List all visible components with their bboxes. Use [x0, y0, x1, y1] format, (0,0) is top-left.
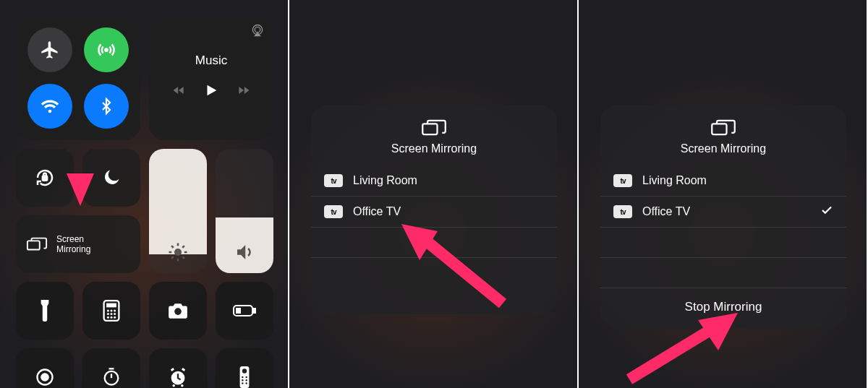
svg-point-37	[172, 384, 175, 387]
svg-point-17	[111, 310, 113, 312]
device-row-office-tv[interactable]: tv Office TV	[600, 197, 846, 228]
svg-point-16	[107, 310, 109, 312]
stop-mirroring-button[interactable]: Stop Mirroring	[600, 288, 846, 326]
svg-line-11	[171, 256, 174, 259]
svg-point-43	[242, 379, 243, 381]
svg-point-4	[174, 249, 182, 256]
empty-row	[600, 258, 846, 288]
svg-rect-28	[236, 308, 241, 314]
low-power-button[interactable]	[216, 282, 273, 340]
calculator-icon	[103, 300, 120, 322]
svg-line-10	[182, 256, 184, 259]
svg-point-46	[245, 382, 247, 384]
modal-header: Screen Mirroring	[600, 105, 846, 165]
airplane-mode-toggle[interactable]	[27, 27, 72, 72]
cellular-icon	[95, 39, 117, 61]
screen-mirroring-button[interactable]: Screen Mirroring	[16, 215, 140, 273]
brightness-slider[interactable]	[149, 149, 207, 273]
empty-row	[600, 228, 846, 258]
checkmark-icon	[820, 204, 833, 220]
panel-mirroring-select: Screen Mirroring tv Living Room tv Offic…	[289, 0, 579, 388]
appletv-badge-icon: tv	[324, 205, 343, 218]
appletv-badge-icon: tv	[613, 174, 632, 187]
device-name: Living Room	[353, 174, 417, 187]
device-row-living-room[interactable]: tv Living Room	[600, 165, 846, 197]
appletv-badge-icon: tv	[613, 205, 632, 218]
svg-point-24	[114, 316, 116, 319]
record-icon	[35, 367, 55, 387]
device-row-living-room[interactable]: tv Living Room	[311, 165, 557, 197]
svg-point-41	[242, 376, 243, 378]
device-name: Living Room	[642, 174, 707, 187]
screen-mirroring-modal: Screen Mirroring tv Living Room tv Offic…	[311, 105, 557, 314]
wifi-icon	[40, 96, 60, 116]
connectivity-block	[16, 16, 140, 140]
device-name: Office TV	[642, 205, 690, 218]
airplay-icon	[250, 23, 265, 40]
svg-rect-27	[254, 309, 255, 313]
alarm-button[interactable]	[149, 348, 207, 388]
svg-point-40	[242, 368, 247, 373]
svg-point-25	[174, 308, 182, 315]
svg-point-22	[107, 316, 109, 319]
empty-row	[311, 228, 557, 258]
orientation-lock-icon	[34, 167, 56, 189]
screen-mirroring-icon	[710, 118, 736, 138]
svg-line-36	[182, 368, 185, 370]
modal-title: Screen Mirroring	[391, 142, 477, 155]
music-controls	[170, 81, 252, 103]
flashlight-icon	[38, 300, 51, 322]
moon-icon	[101, 168, 122, 188]
panel-control-center: Music	[0, 0, 289, 388]
timer-icon	[101, 367, 122, 387]
timer-button[interactable]	[82, 348, 140, 388]
next-track-button[interactable]	[235, 83, 252, 100]
screen-mirroring-icon	[26, 236, 48, 253]
svg-point-23	[111, 316, 113, 319]
svg-point-21	[114, 313, 116, 315]
svg-rect-15	[106, 303, 116, 308]
apple-tv-remote-button[interactable]	[216, 348, 273, 388]
device-row-office-tv[interactable]: tv Office TV	[311, 197, 557, 228]
music-block[interactable]: Music	[149, 16, 273, 140]
screen-record-button[interactable]	[16, 348, 74, 388]
battery-icon	[232, 304, 257, 317]
svg-point-0	[105, 48, 107, 51]
music-title: Music	[195, 53, 227, 68]
svg-rect-13	[27, 241, 40, 249]
play-button[interactable]	[203, 81, 219, 103]
svg-line-12	[182, 246, 184, 248]
calculator-button[interactable]	[82, 282, 140, 340]
svg-point-30	[41, 374, 48, 380]
svg-rect-3	[43, 176, 47, 181]
control-center-grid: Music	[0, 0, 288, 388]
volume-slider[interactable]	[216, 149, 273, 273]
screen-mirroring-label: Screen Mirroring	[56, 234, 90, 254]
svg-line-35	[171, 368, 174, 370]
modal-header: Screen Mirroring	[311, 105, 557, 165]
panel-mirroring-stop: Screen Mirroring tv Living Room tv Offic…	[579, 0, 868, 388]
bluetooth-toggle[interactable]	[84, 84, 129, 129]
airplane-icon	[40, 40, 60, 60]
camera-icon	[167, 302, 189, 319]
flashlight-button[interactable]	[16, 282, 74, 340]
svg-rect-52	[712, 124, 726, 134]
empty-row	[311, 258, 557, 288]
do-not-disturb-toggle[interactable]	[82, 149, 140, 207]
bluetooth-icon	[98, 96, 115, 116]
svg-point-18	[114, 310, 116, 312]
orientation-lock-toggle[interactable]	[16, 149, 74, 207]
device-name: Office TV	[353, 205, 401, 218]
wifi-toggle[interactable]	[27, 84, 72, 129]
cellular-toggle[interactable]	[84, 27, 129, 72]
volume-icon	[234, 241, 255, 263]
svg-point-19	[107, 313, 109, 315]
prev-track-button[interactable]	[170, 83, 187, 100]
brightness-icon	[167, 241, 189, 263]
svg-point-44	[245, 379, 247, 381]
svg-point-42	[245, 376, 247, 378]
camera-button[interactable]	[149, 282, 207, 340]
svg-point-38	[181, 384, 184, 387]
svg-line-9	[171, 246, 174, 248]
svg-point-20	[111, 313, 113, 315]
